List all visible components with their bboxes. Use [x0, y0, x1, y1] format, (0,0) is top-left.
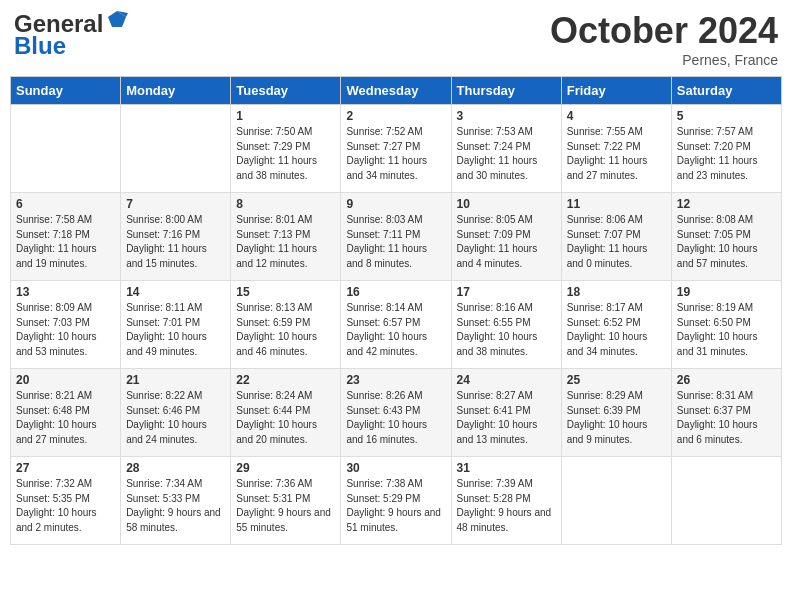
calendar-cell	[561, 457, 671, 545]
day-number: 1	[236, 109, 335, 123]
day-number: 13	[16, 285, 115, 299]
calendar-cell: 17Sunrise: 8:16 AMSunset: 6:55 PMDayligh…	[451, 281, 561, 369]
weekday-sunday: Sunday	[11, 77, 121, 105]
page-header: General Blue October 2024 Pernes, France	[10, 10, 782, 68]
weekday-wednesday: Wednesday	[341, 77, 451, 105]
calendar-cell	[671, 457, 781, 545]
calendar-cell: 29Sunrise: 7:36 AMSunset: 5:31 PMDayligh…	[231, 457, 341, 545]
day-number: 2	[346, 109, 445, 123]
calendar-cell: 8Sunrise: 8:01 AMSunset: 7:13 PMDaylight…	[231, 193, 341, 281]
weekday-thursday: Thursday	[451, 77, 561, 105]
calendar-cell: 19Sunrise: 8:19 AMSunset: 6:50 PMDayligh…	[671, 281, 781, 369]
calendar-cell: 23Sunrise: 8:26 AMSunset: 6:43 PMDayligh…	[341, 369, 451, 457]
day-number: 7	[126, 197, 225, 211]
calendar-cell: 30Sunrise: 7:38 AMSunset: 5:29 PMDayligh…	[341, 457, 451, 545]
day-number: 10	[457, 197, 556, 211]
day-number: 28	[126, 461, 225, 475]
day-number: 29	[236, 461, 335, 475]
calendar-cell: 21Sunrise: 8:22 AMSunset: 6:46 PMDayligh…	[121, 369, 231, 457]
logo: General Blue	[14, 10, 128, 60]
week-row-5: 27Sunrise: 7:32 AMSunset: 5:35 PMDayligh…	[11, 457, 782, 545]
location: Pernes, France	[550, 52, 778, 68]
weekday-saturday: Saturday	[671, 77, 781, 105]
logo-icon	[106, 9, 128, 31]
title-block: October 2024 Pernes, France	[550, 10, 778, 68]
day-info: Sunrise: 7:38 AMSunset: 5:29 PMDaylight:…	[346, 477, 445, 535]
day-number: 12	[677, 197, 776, 211]
day-number: 14	[126, 285, 225, 299]
day-number: 31	[457, 461, 556, 475]
day-number: 27	[16, 461, 115, 475]
day-info: Sunrise: 7:52 AMSunset: 7:27 PMDaylight:…	[346, 125, 445, 183]
calendar-cell: 27Sunrise: 7:32 AMSunset: 5:35 PMDayligh…	[11, 457, 121, 545]
calendar-cell: 1Sunrise: 7:50 AMSunset: 7:29 PMDaylight…	[231, 105, 341, 193]
calendar-body: 1Sunrise: 7:50 AMSunset: 7:29 PMDaylight…	[11, 105, 782, 545]
day-info: Sunrise: 8:16 AMSunset: 6:55 PMDaylight:…	[457, 301, 556, 359]
day-number: 16	[346, 285, 445, 299]
day-info: Sunrise: 8:31 AMSunset: 6:37 PMDaylight:…	[677, 389, 776, 447]
day-number: 4	[567, 109, 666, 123]
calendar-cell: 22Sunrise: 8:24 AMSunset: 6:44 PMDayligh…	[231, 369, 341, 457]
week-row-3: 13Sunrise: 8:09 AMSunset: 7:03 PMDayligh…	[11, 281, 782, 369]
day-info: Sunrise: 8:14 AMSunset: 6:57 PMDaylight:…	[346, 301, 445, 359]
day-info: Sunrise: 7:53 AMSunset: 7:24 PMDaylight:…	[457, 125, 556, 183]
day-number: 26	[677, 373, 776, 387]
day-number: 19	[677, 285, 776, 299]
day-info: Sunrise: 8:08 AMSunset: 7:05 PMDaylight:…	[677, 213, 776, 271]
calendar-cell: 20Sunrise: 8:21 AMSunset: 6:48 PMDayligh…	[11, 369, 121, 457]
day-number: 17	[457, 285, 556, 299]
calendar-cell: 2Sunrise: 7:52 AMSunset: 7:27 PMDaylight…	[341, 105, 451, 193]
calendar-cell: 14Sunrise: 8:11 AMSunset: 7:01 PMDayligh…	[121, 281, 231, 369]
day-number: 30	[346, 461, 445, 475]
week-row-1: 1Sunrise: 7:50 AMSunset: 7:29 PMDaylight…	[11, 105, 782, 193]
day-info: Sunrise: 7:55 AMSunset: 7:22 PMDaylight:…	[567, 125, 666, 183]
day-number: 9	[346, 197, 445, 211]
month-title: October 2024	[550, 10, 778, 52]
weekday-friday: Friday	[561, 77, 671, 105]
day-info: Sunrise: 8:11 AMSunset: 7:01 PMDaylight:…	[126, 301, 225, 359]
week-row-4: 20Sunrise: 8:21 AMSunset: 6:48 PMDayligh…	[11, 369, 782, 457]
day-info: Sunrise: 8:05 AMSunset: 7:09 PMDaylight:…	[457, 213, 556, 271]
day-info: Sunrise: 8:22 AMSunset: 6:46 PMDaylight:…	[126, 389, 225, 447]
day-number: 24	[457, 373, 556, 387]
day-info: Sunrise: 8:01 AMSunset: 7:13 PMDaylight:…	[236, 213, 335, 271]
calendar-cell: 11Sunrise: 8:06 AMSunset: 7:07 PMDayligh…	[561, 193, 671, 281]
day-info: Sunrise: 8:13 AMSunset: 6:59 PMDaylight:…	[236, 301, 335, 359]
calendar-cell: 12Sunrise: 8:08 AMSunset: 7:05 PMDayligh…	[671, 193, 781, 281]
day-info: Sunrise: 7:57 AMSunset: 7:20 PMDaylight:…	[677, 125, 776, 183]
day-info: Sunrise: 7:36 AMSunset: 5:31 PMDaylight:…	[236, 477, 335, 535]
day-number: 20	[16, 373, 115, 387]
calendar-cell: 28Sunrise: 7:34 AMSunset: 5:33 PMDayligh…	[121, 457, 231, 545]
day-info: Sunrise: 7:34 AMSunset: 5:33 PMDaylight:…	[126, 477, 225, 535]
day-number: 21	[126, 373, 225, 387]
day-info: Sunrise: 7:39 AMSunset: 5:28 PMDaylight:…	[457, 477, 556, 535]
calendar-cell: 10Sunrise: 8:05 AMSunset: 7:09 PMDayligh…	[451, 193, 561, 281]
day-number: 6	[16, 197, 115, 211]
calendar-cell	[121, 105, 231, 193]
calendar-cell: 6Sunrise: 7:58 AMSunset: 7:18 PMDaylight…	[11, 193, 121, 281]
calendar-cell: 15Sunrise: 8:13 AMSunset: 6:59 PMDayligh…	[231, 281, 341, 369]
calendar-cell: 3Sunrise: 7:53 AMSunset: 7:24 PMDaylight…	[451, 105, 561, 193]
day-number: 11	[567, 197, 666, 211]
day-info: Sunrise: 8:17 AMSunset: 6:52 PMDaylight:…	[567, 301, 666, 359]
day-info: Sunrise: 7:32 AMSunset: 5:35 PMDaylight:…	[16, 477, 115, 535]
day-number: 5	[677, 109, 776, 123]
day-number: 18	[567, 285, 666, 299]
logo-blue: Blue	[14, 32, 66, 60]
day-info: Sunrise: 8:06 AMSunset: 7:07 PMDaylight:…	[567, 213, 666, 271]
day-info: Sunrise: 8:00 AMSunset: 7:16 PMDaylight:…	[126, 213, 225, 271]
calendar-cell: 7Sunrise: 8:00 AMSunset: 7:16 PMDaylight…	[121, 193, 231, 281]
day-info: Sunrise: 7:50 AMSunset: 7:29 PMDaylight:…	[236, 125, 335, 183]
calendar-cell	[11, 105, 121, 193]
day-number: 25	[567, 373, 666, 387]
calendar-table: SundayMondayTuesdayWednesdayThursdayFrid…	[10, 76, 782, 545]
day-number: 3	[457, 109, 556, 123]
day-info: Sunrise: 7:58 AMSunset: 7:18 PMDaylight:…	[16, 213, 115, 271]
calendar-cell: 26Sunrise: 8:31 AMSunset: 6:37 PMDayligh…	[671, 369, 781, 457]
week-row-2: 6Sunrise: 7:58 AMSunset: 7:18 PMDaylight…	[11, 193, 782, 281]
day-info: Sunrise: 8:29 AMSunset: 6:39 PMDaylight:…	[567, 389, 666, 447]
weekday-monday: Monday	[121, 77, 231, 105]
day-number: 15	[236, 285, 335, 299]
day-info: Sunrise: 8:21 AMSunset: 6:48 PMDaylight:…	[16, 389, 115, 447]
day-number: 23	[346, 373, 445, 387]
